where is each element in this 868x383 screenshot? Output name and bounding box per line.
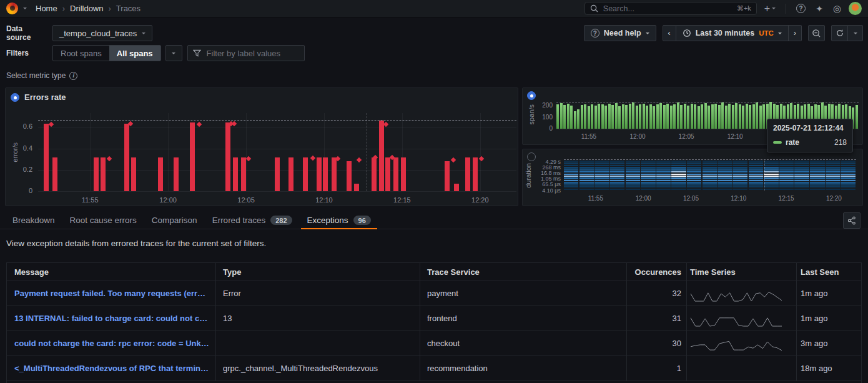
tab-errored-traces[interactable]: Errored traces 282 (206, 212, 298, 229)
exception-type: Error (216, 281, 420, 306)
exceptions-table: Message Type Trace Service Occurences Ti… (6, 262, 862, 383)
trace-service: payment (420, 281, 627, 306)
col-header-last-seen: Last Seen (797, 263, 862, 281)
errors-rate-label: Errors rate (24, 92, 66, 102)
datasource-label: Data source (6, 24, 47, 42)
duration-radio[interactable] (527, 152, 536, 161)
root-spans-option[interactable]: Root spans (53, 46, 109, 61)
table-header-row: Message Type Trace Service Occurences Ti… (7, 263, 861, 281)
time-range-picker[interactable]: Last 30 minutes UTC (676, 25, 789, 41)
series-swatch (773, 141, 782, 144)
errors-rate-chart[interactable]: 00.20.40.611:5512:0012:0512:1012:1512:20… (6, 88, 518, 206)
tab-comparison[interactable]: Comparison (145, 212, 204, 229)
org-switcher-chevron-icon[interactable] (23, 7, 27, 9)
sparkles-icon: ✦ (816, 4, 823, 14)
refresh-interval-dropdown[interactable] (848, 25, 863, 41)
metric-type-label: Select metric type (6, 71, 66, 80)
table-row: Payment request failed. Too many request… (7, 281, 861, 306)
last-seen-value: 3m ago (797, 331, 862, 356)
tab-exceptions[interactable]: Exceptions 96 (301, 212, 377, 229)
tab-breakdown[interactable]: Breakdown (6, 212, 61, 229)
duration-heatmap-chart[interactable]: 4.29 s268 ms16.8 ms1.05 ms65.5 µs4.10 µs… (523, 149, 862, 206)
breadcrumb-home[interactable]: Home (36, 4, 57, 13)
duration-panel: 4.29 s268 ms16.8 ms1.05 ms65.5 µs4.10 µs… (522, 149, 863, 206)
tooltip-timestamp: 2025-07-21 12:12:44 (773, 124, 847, 132)
exception-message-link[interactable]: Payment request failed. Too many request… (14, 289, 210, 298)
time-series-sparkline (687, 356, 797, 381)
exception-type: grpc._channel._MultiThreadedRendezvous (216, 356, 420, 381)
errors-rate-radio[interactable] (11, 93, 19, 102)
help-button[interactable]: ? (794, 4, 808, 13)
span-scope-dropdown[interactable] (165, 45, 182, 61)
divider (786, 4, 786, 14)
ai-assistant-button[interactable]: ✦ (813, 4, 826, 14)
trace-service: checkout (420, 331, 627, 356)
span-rate-radio[interactable] (527, 91, 536, 100)
exception-message-link[interactable]: 13 INTERNAL: failed to charge card: coul… (14, 314, 210, 323)
table-row: <_MultiThreadedRendezvous of RPC that te… (7, 356, 861, 381)
exception-message-link[interactable]: <_MultiThreadedRendezvous of RPC that te… (14, 364, 210, 373)
app-toolbar: Data source _tempo_cloud_traces ? Need h… (6, 25, 863, 41)
refresh-button[interactable] (831, 25, 848, 41)
occurences-value: 32 (627, 281, 687, 306)
exception-type: 13 (216, 306, 420, 331)
search-input[interactable] (602, 4, 733, 14)
chevron-down-icon (772, 7, 776, 9)
share-icon (847, 216, 856, 225)
user-avatar[interactable] (849, 2, 862, 15)
breadcrumb: Home › Drilldown › Traces (36, 4, 141, 13)
breadcrumb-drilldown[interactable]: Drilldown (70, 4, 103, 13)
zoom-out-button[interactable] (808, 25, 825, 41)
col-header-trace-service: Trace Service (420, 263, 627, 281)
col-header-type: Type (216, 263, 420, 281)
metric-type-row: Select metric type i (6, 71, 77, 80)
exceptions-count-badge: 96 (353, 216, 371, 225)
span-scope-switch: Root spans All spans (52, 45, 161, 61)
time-shift-forward-button[interactable]: › (789, 25, 802, 41)
last-seen-value: 1m ago (797, 281, 862, 306)
last-seen-value: 18m ago (797, 356, 862, 381)
news-button[interactable]: ◎ (831, 3, 844, 14)
occurences-value: 1 (627, 356, 687, 381)
all-spans-option[interactable]: All spans (109, 46, 160, 61)
clock-icon (683, 29, 691, 37)
col-header-message: Message (7, 263, 216, 281)
top-nav: Home › Drilldown › Traces ⌘+k + ? ✦ ◎ (0, 0, 868, 17)
exception-message-link[interactable]: could not charge the card: rpc error: co… (14, 339, 210, 348)
datasource-select[interactable]: _tempo_cloud_traces (52, 25, 152, 41)
grafana-logo[interactable] (6, 2, 18, 14)
search-box[interactable]: ⌘+k (584, 2, 757, 15)
view-tabs: Breakdown Root cause errors Comparison E… (0, 212, 868, 229)
need-help-button[interactable]: ? Need help (584, 25, 656, 41)
breadcrumb-separator-icon: › (109, 4, 111, 13)
errored-traces-count-badge: 282 (270, 216, 292, 225)
funnel-icon (193, 49, 201, 57)
exception-type (216, 331, 420, 356)
label-filter-input[interactable] (205, 48, 299, 59)
timezone-label: UTC (759, 29, 774, 37)
time-shift-back-button[interactable]: ‹ (663, 25, 676, 41)
info-circle-icon: ? (591, 29, 599, 37)
add-button[interactable]: + (762, 3, 778, 14)
col-header-time-series: Time Series (687, 263, 797, 281)
news-icon: ◎ (833, 3, 841, 14)
time-series-sparkline (687, 281, 797, 306)
filters-row: Filters Root spans All spans (6, 45, 305, 61)
tooltip-series-value: 218 (834, 138, 847, 147)
occurences-value: 30 (627, 331, 687, 356)
tooltip-series-name: rate (786, 138, 799, 147)
breadcrumb-separator-icon: › (62, 4, 65, 13)
filters-label: Filters (6, 49, 47, 57)
chevron-down-icon (172, 52, 175, 54)
errors-rate-panel: Errors rate 00.20.40.611:5512:0012:0512:… (5, 87, 518, 206)
share-button[interactable] (843, 212, 861, 229)
time-series-sparkline (687, 306, 797, 331)
breadcrumb-traces: Traces (116, 4, 141, 13)
info-icon[interactable]: i (69, 72, 77, 80)
chart-tooltip: 2025-07-21 12:12:44 rate 218 (767, 119, 853, 152)
table-row: 13 INTERNAL: failed to charge card: coul… (7, 306, 861, 331)
col-header-occurences: Occurences (627, 263, 687, 281)
trace-service: recommendation (420, 356, 627, 381)
table-row: could not charge the card: rpc error: co… (7, 331, 861, 356)
tab-root-cause-errors[interactable]: Root cause errors (64, 212, 143, 229)
